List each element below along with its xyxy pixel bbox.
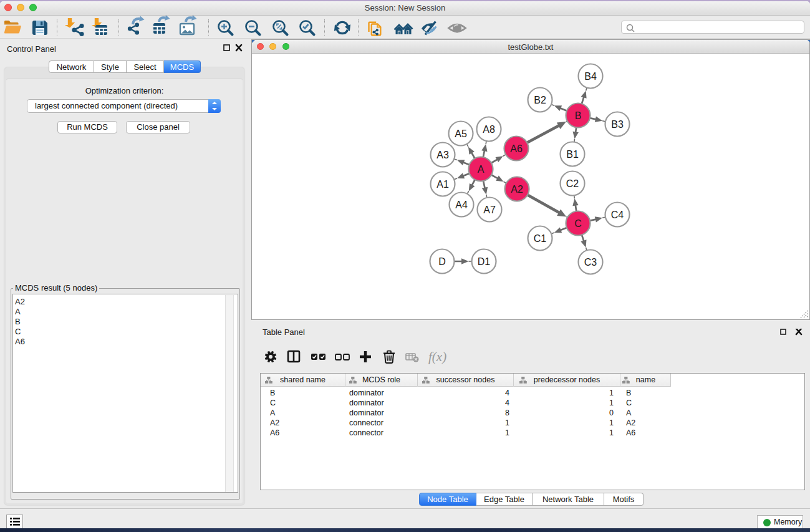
svg-text:A4: A4: [455, 200, 468, 210]
svg-text:C1: C1: [534, 233, 547, 244]
svg-text:D1: D1: [478, 256, 491, 267]
svg-text:B1: B1: [566, 149, 579, 160]
svg-text:A3: A3: [436, 150, 449, 160]
svg-text:f(x): f(x): [428, 349, 446, 364]
svg-text:D: D: [438, 256, 446, 267]
svg-text:A2: A2: [511, 184, 523, 195]
svg-text:C3: C3: [584, 257, 597, 268]
svg-text:C: C: [574, 218, 582, 229]
svg-text:B: B: [575, 110, 582, 121]
svg-text:A: A: [478, 164, 485, 175]
svg-text:B4: B4: [584, 71, 597, 82]
svg-text:A7: A7: [483, 205, 496, 215]
svg-text:B3: B3: [611, 119, 624, 130]
svg-text:A8: A8: [483, 124, 495, 135]
svg-text:B2: B2: [534, 95, 546, 105]
svg-text:A5: A5: [455, 128, 467, 139]
svg-text:C4: C4: [611, 210, 624, 220]
svg-text:A6: A6: [510, 143, 523, 154]
svg-text:C2: C2: [566, 178, 579, 189]
svg-text:A1: A1: [436, 179, 449, 190]
